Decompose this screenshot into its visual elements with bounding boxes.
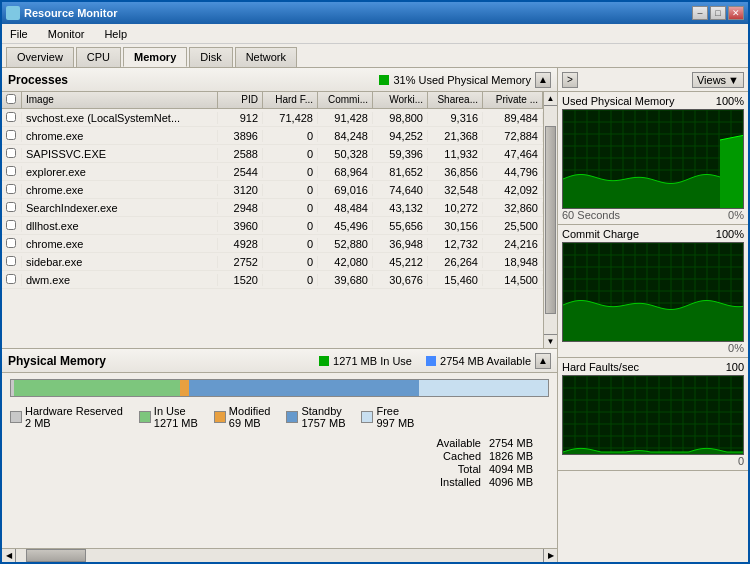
- legend-hardware-label: Hardware Reserved: [25, 405, 123, 417]
- memory-bar-container: [2, 373, 557, 401]
- th-worki[interactable]: Worki...: [373, 92, 428, 108]
- td-worki: 36,948: [373, 238, 428, 250]
- scroll-right-btn[interactable]: ▶: [543, 549, 557, 562]
- graph2-pct-bottom: 0%: [728, 342, 744, 354]
- tab-overview[interactable]: Overview: [6, 47, 74, 67]
- select-all-checkbox[interactable]: [6, 94, 16, 104]
- td-check[interactable]: [2, 274, 22, 286]
- td-check[interactable]: [2, 220, 22, 232]
- td-hardf: 0: [263, 256, 318, 268]
- bar-free: [419, 380, 548, 396]
- bottom-scroll-thumb[interactable]: [26, 549, 86, 562]
- bottom-scrollbar[interactable]: ◀ ▶: [2, 548, 557, 562]
- close-button[interactable]: ✕: [728, 6, 744, 20]
- graph-hardfaults: Hard Faults/sec 100 0: [558, 358, 748, 471]
- td-commit: 84,248: [318, 130, 373, 142]
- td-hardf: 0: [263, 166, 318, 178]
- td-share: 26,264: [428, 256, 483, 268]
- graph1-header: Used Physical Memory 100%: [562, 95, 744, 107]
- td-hardf: 0: [263, 202, 318, 214]
- td-commit: 45,496: [318, 220, 373, 232]
- scroll-left-btn[interactable]: ◀: [2, 549, 16, 562]
- graph2-header: Commit Charge 100%: [562, 228, 744, 240]
- td-check[interactable]: [2, 256, 22, 268]
- memory-inuse-label: 1271 MB In Use: [333, 355, 412, 367]
- graph3-pct-bottom: 0: [738, 455, 744, 467]
- th-pid[interactable]: PID: [218, 92, 263, 108]
- scroll-up-btn[interactable]: ▲: [544, 92, 557, 106]
- views-button[interactable]: Views ▼: [692, 72, 744, 88]
- td-check[interactable]: [2, 184, 22, 196]
- th-share[interactable]: Sharea...: [428, 92, 483, 108]
- th-commit[interactable]: Commi...: [318, 92, 373, 108]
- table-row[interactable]: dllhost.exe 3960 0 45,496 55,656 30,156 …: [2, 217, 543, 235]
- table-row[interactable]: svchost.exe (LocalSystemNet... 912 71,42…: [2, 109, 543, 127]
- table-row[interactable]: SearchIndexer.exe 2948 0 48,484 43,132 1…: [2, 199, 543, 217]
- td-pid: 2752: [218, 256, 263, 268]
- td-commit: 48,484: [318, 202, 373, 214]
- memory-collapse[interactable]: ▲: [535, 353, 551, 369]
- td-worki: 43,132: [373, 202, 428, 214]
- tab-cpu[interactable]: CPU: [76, 47, 121, 67]
- td-check[interactable]: [2, 130, 22, 142]
- th-image[interactable]: Image: [22, 92, 218, 108]
- graph3-canvas: [563, 376, 744, 455]
- memory-info: 1271 MB In Use 2754 MB Available ▲: [319, 353, 551, 369]
- processes-info: 31% Used Physical Memory ▲: [379, 72, 551, 88]
- menu-bar: File Monitor Help: [2, 24, 748, 44]
- table-row[interactable]: chrome.exe 3120 0 69,016 74,640 32,548 4…: [2, 181, 543, 199]
- menu-file[interactable]: File: [6, 27, 32, 41]
- nav-prev-button[interactable]: >: [562, 72, 578, 88]
- stat-available-label: Available: [416, 437, 481, 449]
- table-row[interactable]: explorer.exe 2544 0 68,964 81,652 36,856…: [2, 163, 543, 181]
- memory-header: Physical Memory 1271 MB In Use 2754 MB A…: [2, 349, 557, 373]
- td-private: 32,860: [483, 202, 543, 214]
- minimize-button[interactable]: –: [692, 6, 708, 20]
- scroll-down-btn[interactable]: ▼: [544, 334, 557, 348]
- td-private: 42,092: [483, 184, 543, 196]
- td-check[interactable]: [2, 112, 22, 124]
- menu-monitor[interactable]: Monitor: [44, 27, 89, 41]
- processes-table-container: Image PID Hard F... Commi... Worki... Sh…: [2, 92, 557, 348]
- title-bar: Resource Monitor – □ ✕: [2, 2, 748, 24]
- table-row[interactable]: sidebar.exe 2752 0 42,080 45,212 26,264 …: [2, 253, 543, 271]
- legend-free: Free 997 MB: [361, 405, 414, 429]
- td-pid: 912: [218, 112, 263, 124]
- tab-disk[interactable]: Disk: [189, 47, 232, 67]
- process-scrollbar[interactable]: ▲ ▼: [543, 92, 557, 348]
- td-pid: 2948: [218, 202, 263, 214]
- td-check[interactable]: [2, 202, 22, 214]
- th-private[interactable]: Private ...: [483, 92, 543, 108]
- th-hardf[interactable]: Hard F...: [263, 92, 318, 108]
- td-worki: 74,640: [373, 184, 428, 196]
- td-image: chrome.exe: [22, 130, 218, 142]
- td-hardf: 0: [263, 184, 318, 196]
- td-private: 14,500: [483, 274, 543, 286]
- table-row[interactable]: chrome.exe 3896 0 84,248 94,252 21,368 7…: [2, 127, 543, 145]
- td-check[interactable]: [2, 238, 22, 250]
- table-header: Image PID Hard F... Commi... Worki... Sh…: [2, 92, 543, 109]
- table-row[interactable]: SAPISSVC.EXE 2588 0 50,328 59,396 11,932…: [2, 145, 543, 163]
- legend-standby-value: 1757 MB: [301, 417, 345, 429]
- graph1-container: [562, 109, 744, 209]
- legend-box-standby: [286, 411, 298, 423]
- table-row[interactable]: dwm.exe 1520 0 39,680 30,676 15,460 14,5…: [2, 271, 543, 289]
- maximize-button[interactable]: □: [710, 6, 726, 20]
- td-pid: 2588: [218, 148, 263, 160]
- td-check[interactable]: [2, 148, 22, 160]
- scroll-track: [86, 549, 543, 562]
- legend-standby-label: Standby: [301, 405, 345, 417]
- scroll-thumb[interactable]: [545, 126, 556, 314]
- menu-help[interactable]: Help: [100, 27, 131, 41]
- tab-memory[interactable]: Memory: [123, 47, 187, 67]
- stat-total-value: 4094 MB: [489, 463, 549, 475]
- stat-installed: Installed 4096 MB: [416, 476, 549, 488]
- processes-collapse[interactable]: ▲: [535, 72, 551, 88]
- memory-stats-list: Available 2754 MB Cached 1826 MB Total 4…: [416, 437, 549, 489]
- td-private: 47,464: [483, 148, 543, 160]
- td-commit: 52,880: [318, 238, 373, 250]
- tab-network[interactable]: Network: [235, 47, 297, 67]
- table-row[interactable]: chrome.exe 4928 0 52,880 36,948 12,732 2…: [2, 235, 543, 253]
- td-check[interactable]: [2, 166, 22, 178]
- memory-stats-spacer: [10, 437, 416, 489]
